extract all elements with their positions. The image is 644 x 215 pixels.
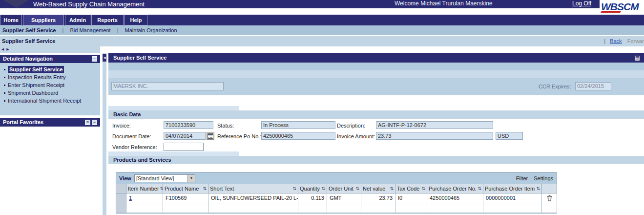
main-nav-tabs: Home Suppliers Admin Reports Help <box>0 15 644 25</box>
cell-net-value: 23.73 <box>361 194 395 203</box>
col-tax-code: Tax Code⇅ <box>395 184 427 194</box>
sort-icon[interactable]: ⇅ <box>292 186 296 191</box>
cell-order-unit: GMT <box>327 194 361 203</box>
table-toolbar: View [Standard View] ▼ Filter Settings <box>116 172 557 184</box>
cell-product-name: F100569 <box>163 194 208 203</box>
sub-nav: Supplier Self Service | Bid Management |… <box>0 25 644 35</box>
sort-icon[interactable]: ⇅ <box>355 186 359 191</box>
welcome-text: Welcome Michael Trurulan Maerskine <box>395 0 493 7</box>
pager-back-icon[interactable]: ◀ <box>1 47 4 51</box>
basic-data-title: Basic Data <box>113 111 141 117</box>
table-grid: Item Number⇅ Product Name⇅ Short Text⇅ Q… <box>116 184 557 214</box>
cell-purchase-order-item: 0000000001 <box>483 194 542 203</box>
document-date-field[interactable]: 04/07/2014 <box>164 132 206 140</box>
row-selector[interactable] <box>116 203 126 213</box>
log-off-link[interactable]: Log Off <box>572 0 591 7</box>
col-quantity: Quantity⇅ <box>298 184 327 194</box>
select-all-cell[interactable] <box>116 184 126 194</box>
bullet-icon <box>4 100 5 102</box>
separator: | <box>62 27 64 33</box>
status-field: In Process <box>261 121 335 129</box>
invoice-amount-label: Invoice Amount: <box>337 133 375 139</box>
collapse-panel-handle[interactable]: ◀ <box>103 54 106 62</box>
row-selector[interactable] <box>116 194 126 203</box>
organization-name-field: MAERSK INC. <box>111 82 224 90</box>
trash-icon <box>547 195 552 201</box>
wbscm-application: Web-Based Supply Chain Management Welcom… <box>0 0 644 215</box>
vendor-reference-input[interactable] <box>164 143 204 151</box>
view-label: View <box>119 175 131 181</box>
content-panel-title: Supplier Self Service <box>113 55 166 61</box>
cell-short-text: OIL, SUNFLOWERSEED PAIL-20 L-F <box>208 194 298 203</box>
view-select[interactable]: [Standard View] <box>134 174 188 182</box>
invoice-amount-field: 23.73 <box>376 132 493 140</box>
tab-admin[interactable]: Admin <box>65 15 90 25</box>
sidebar-item-enter-shipment-receipt[interactable]: Enter Shipment Receipt <box>0 81 100 89</box>
subnav-maintain-organization[interactable]: Maintain Organization <box>125 27 177 33</box>
sort-icon[interactable]: ⇅ <box>478 186 481 191</box>
panel-band <box>108 70 644 78</box>
sidebar-item-shipment-dashboard[interactable]: Shipment Dashboard <box>0 89 100 97</box>
portal-favorites-list-icon[interactable]: ≡ <box>85 120 90 125</box>
sort-icon[interactable]: ⇅ <box>421 186 425 191</box>
reference-po-label: Reference Po No.: <box>217 133 262 139</box>
back-link[interactable]: Back <box>610 38 622 44</box>
calendar-picker-button[interactable] <box>207 132 214 140</box>
app-header: Web-Based Supply Chain Management Welcom… <box>0 0 644 8</box>
tab-suppliers[interactable]: Suppliers <box>23 15 64 25</box>
sort-icon[interactable]: ⇅ <box>321 186 325 191</box>
currency-field: USD <box>496 132 523 140</box>
status-label: Status: <box>217 123 234 129</box>
ccr-expires-field: 02/24/2015 <box>575 82 611 90</box>
bullet-icon <box>4 85 5 86</box>
subnav-bid-management[interactable]: Bid Management <box>70 27 110 33</box>
col-order-unit: Order Unit⇅ <box>327 184 361 194</box>
sort-icon[interactable]: ⇅ <box>203 186 207 191</box>
collapse-detailed-navigation-button[interactable]: − <box>92 56 97 62</box>
sidebar-item-international-shipment-receipt[interactable]: International Shipment Receipt <box>0 97 100 105</box>
panel-menu-icon[interactable]: ▤ <box>635 53 640 63</box>
sidebar-item-supplier-self-service[interactable]: Supplier Self Service <box>0 65 100 73</box>
vendor-reference-label: Vendor Reference: <box>112 144 157 150</box>
separator: | <box>117 27 119 33</box>
tab-home[interactable]: Home <box>0 15 22 25</box>
bullet-icon <box>4 69 5 70</box>
sidebar-item-inspection-results-entry[interactable]: Inspection Results Entry <box>0 73 100 81</box>
tab-reports[interactable]: Reports <box>91 15 124 25</box>
basic-data-header: Basic Data <box>108 110 644 119</box>
invoice-label: Invoice: <box>112 123 131 129</box>
subnav-supplier-self-service[interactable]: Supplier Self Service <box>2 27 56 33</box>
col-short-text: Short Text⇅ <box>208 184 298 194</box>
invoice-field: 7100233590 <box>164 121 213 129</box>
products-tab <box>108 151 239 156</box>
sidebar-pager: ◀ ▶ <box>0 46 100 53</box>
item-number-link[interactable]: 1 <box>129 195 132 201</box>
col-purchase-order-no: Purchase Order No.⇅ <box>427 184 483 194</box>
collapse-portal-favorites-button[interactable]: − <box>92 120 97 125</box>
content-panel-header: Supplier Self Service ▤ <box>108 53 644 63</box>
table-header-row: Item Number⇅ Product Name⇅ Short Text⇅ Q… <box>116 184 556 194</box>
portal-favorites-header: Portal Favorites ≡ − <box>0 118 100 127</box>
ccr-expires-label: CCR Expires: <box>539 84 571 89</box>
col-net-value: Net value⇅ <box>361 184 395 194</box>
table-row-empty <box>116 203 556 213</box>
delete-row-button[interactable] <box>542 194 557 203</box>
filter-link[interactable]: Filter <box>516 175 528 181</box>
pager-forward-icon[interactable]: ▶ <box>6 47 9 51</box>
calendar-icon <box>208 133 213 139</box>
col-actions <box>542 184 557 194</box>
tab-help[interactable]: Help <box>125 15 147 25</box>
portal-favorites-title: Portal Favorites <box>3 119 43 125</box>
detailed-navigation-title: Detailed Navigation <box>3 56 53 62</box>
app-title: Web-Based Supply Chain Management <box>33 0 145 8</box>
bullet-icon <box>4 77 5 78</box>
description-field: AG-INTF-P-12-0672 <box>376 121 493 129</box>
col-item-number: Item Number⇅ <box>126 184 163 194</box>
agency-logo-icon <box>3 0 28 8</box>
forward-link[interactable]: Forward <box>627 38 644 44</box>
settings-link[interactable]: Settings <box>534 175 553 181</box>
sort-icon[interactable]: ⇅ <box>536 186 540 191</box>
view-select-dropdown-icon[interactable]: ▼ <box>188 174 195 182</box>
sort-icon[interactable]: ⇅ <box>390 186 394 191</box>
products-header: Products and Services <box>108 156 644 164</box>
